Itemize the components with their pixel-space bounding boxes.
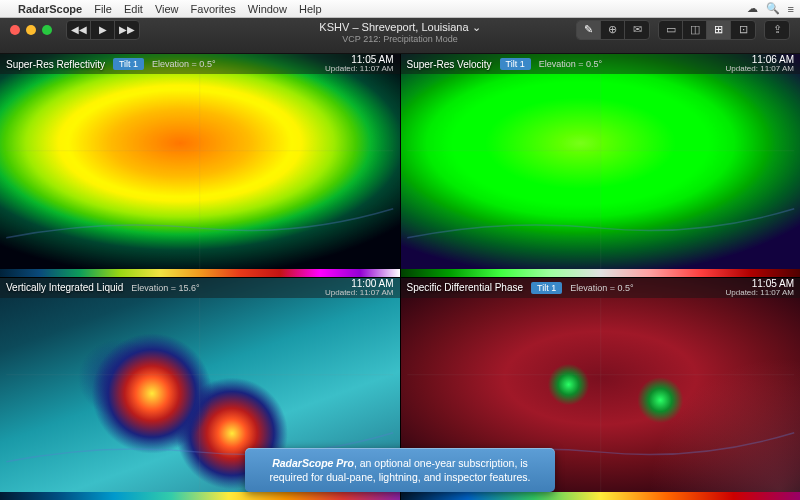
fullscreen-button[interactable] (42, 25, 52, 35)
menu-favorites[interactable]: Favorites (191, 3, 236, 15)
updated-time: Updated: 11:07 AM (325, 65, 394, 74)
app-window: ◀◀ ▶ ▶▶ KSHV – Shreveport, Louisiana ⌄ V… (0, 18, 800, 500)
pane-header: Super-Res Reflectivity Tilt 1 Elevation … (0, 54, 400, 74)
spotlight-icon[interactable]: 🔍 (766, 2, 780, 15)
product-label[interactable]: Super-Res Velocity (407, 59, 492, 70)
promo-tooltip: RadarScope Pro, an optional one-year sub… (245, 448, 555, 492)
time-block: 11:05 AM Updated: 11:07 AM (325, 54, 394, 74)
color-scale-reflectivity (0, 269, 400, 277)
radar-panes: Super-Res Reflectivity Tilt 1 Elevation … (0, 54, 800, 500)
scan-time: 11:05 AM (726, 278, 795, 289)
play-button[interactable]: ▶ (91, 21, 115, 39)
rewind-button[interactable]: ◀◀ (67, 21, 91, 39)
share-group: ⇪ (764, 20, 790, 40)
pane-header: Specific Differential Phase Tilt 1 Eleva… (401, 278, 801, 298)
single-pane-button[interactable]: ▭ (659, 21, 683, 39)
mail-icon[interactable]: ✉ (625, 21, 649, 39)
pane-velocity[interactable]: Super-Res Velocity Tilt 1 Elevation = 0.… (401, 54, 801, 277)
menubar-status-area: ☁ 🔍 ≡ (747, 2, 794, 15)
color-scale-velocity (401, 269, 801, 277)
pane-header: Vertically Integrated Liquid Elevation =… (0, 278, 400, 298)
pane-reflectivity[interactable]: Super-Res Reflectivity Tilt 1 Elevation … (0, 54, 400, 277)
time-block: 11:05 AM Updated: 11:07 AM (726, 278, 795, 298)
forward-button[interactable]: ▶▶ (115, 21, 139, 39)
pane-header: Super-Res Velocity Tilt 1 Elevation = 0.… (401, 54, 801, 74)
tilt-selector[interactable]: Tilt 1 (500, 58, 531, 70)
radar-site-selector[interactable]: KSHV – Shreveport, Louisiana ⌄ (319, 21, 480, 34)
updated-time: Updated: 11:07 AM (726, 65, 795, 74)
dual-pane-button[interactable]: ◫ (683, 21, 707, 39)
color-scale-vil (0, 492, 400, 500)
menu-help[interactable]: Help (299, 3, 322, 15)
color-scale-sdp (401, 492, 801, 500)
window-title-block: KSHV – Shreveport, Louisiana ⌄ VCP 212: … (319, 21, 480, 45)
titlebar: ◀◀ ▶ ▶▶ KSHV – Shreveport, Louisiana ⌄ V… (0, 18, 800, 54)
cloud-status-icon[interactable]: ☁ (747, 2, 758, 15)
elevation-label: Elevation = 15.6° (131, 283, 199, 293)
product-label[interactable]: Specific Differential Phase (407, 282, 524, 293)
mac-menubar: RadarScope File Edit View Favorites Wind… (0, 0, 800, 18)
tilt-selector[interactable]: Tilt 1 (113, 58, 144, 70)
time-block: 11:00 AM Updated: 11:07 AM (325, 278, 394, 298)
menu-view[interactable]: View (155, 3, 179, 15)
quad-pane-button[interactable]: ⊞ (707, 21, 731, 39)
product-label[interactable]: Super-Res Reflectivity (6, 59, 105, 70)
vcp-mode-label: VCP 212: Precipitation Mode (319, 34, 480, 45)
map-roads (0, 54, 400, 277)
elevation-label: Elevation = 0.5° (539, 59, 602, 69)
elevation-label: Elevation = 0.5° (152, 59, 215, 69)
app-menu[interactable]: RadarScope (18, 3, 82, 15)
target-icon[interactable]: ⊕ (601, 21, 625, 39)
tilt-selector[interactable]: Tilt 1 (531, 282, 562, 294)
tool-group-draw: ✎ ⊕ ✉ (576, 20, 650, 40)
pencil-icon[interactable]: ✎ (577, 21, 601, 39)
menu-window[interactable]: Window (248, 3, 287, 15)
product-label[interactable]: Vertically Integrated Liquid (6, 282, 123, 293)
minimize-button[interactable] (26, 25, 36, 35)
share-icon[interactable]: ⇪ (765, 21, 789, 39)
traffic-lights (10, 25, 52, 35)
grid-pane-button[interactable]: ⊡ (731, 21, 755, 39)
layout-group: ▭ ◫ ⊞ ⊡ (658, 20, 756, 40)
updated-time: Updated: 11:07 AM (325, 289, 394, 298)
notification-center-icon[interactable]: ≡ (788, 3, 794, 15)
scan-time: 11:00 AM (325, 278, 394, 289)
map-roads (401, 54, 801, 277)
close-button[interactable] (10, 25, 20, 35)
updated-time: Updated: 11:07 AM (726, 289, 795, 298)
time-block: 11:06 AM Updated: 11:07 AM (726, 54, 795, 74)
promo-product-name: RadarScope Pro (272, 457, 354, 469)
menu-file[interactable]: File (94, 3, 112, 15)
playback-controls: ◀◀ ▶ ▶▶ (66, 20, 140, 40)
elevation-label: Elevation = 0.5° (570, 283, 633, 293)
menu-edit[interactable]: Edit (124, 3, 143, 15)
toolbar-right: ✎ ⊕ ✉ ▭ ◫ ⊞ ⊡ ⇪ (576, 20, 790, 40)
